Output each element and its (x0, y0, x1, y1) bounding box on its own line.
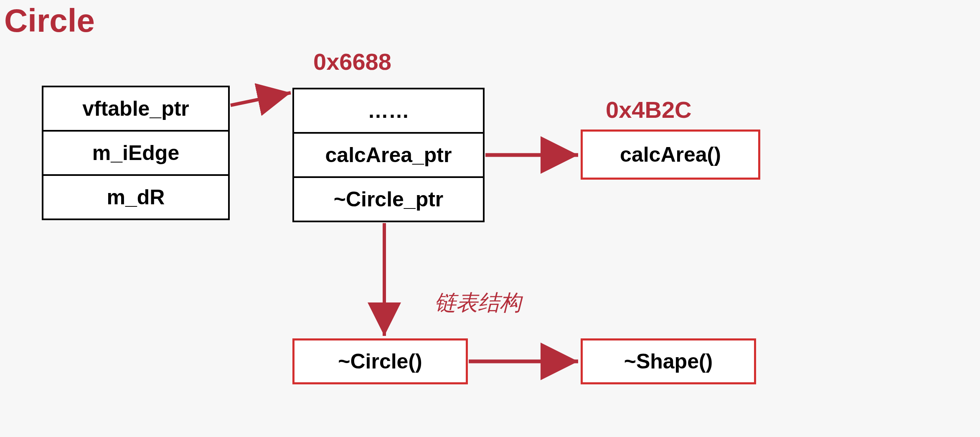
object-row-m-dr: m_dR (42, 174, 230, 220)
annotation-linked-list: 链表结构 (434, 288, 521, 318)
vtable-row-ellipsis: …… (292, 88, 485, 134)
diagram-title: Circle (4, 2, 95, 40)
dtor-circle-box: ~Circle() (292, 338, 468, 384)
arrow-vftable-to-vtable (231, 93, 291, 105)
object-row-m-iedge: m_iEdge (42, 130, 230, 176)
calcarea-func-box: calcArea() (581, 130, 760, 180)
dtor-shape-box: ~Shape() (581, 338, 756, 384)
vtable-row-calcarea-ptr: calcArea_ptr (292, 132, 485, 178)
calcarea-address: 0x4B2C (606, 96, 691, 123)
vtable-address: 0x6688 (313, 48, 391, 75)
vtable-row-circle-dtor-ptr: ~Circle_ptr (292, 176, 485, 222)
object-row-vftable: vftable_ptr (42, 86, 230, 132)
